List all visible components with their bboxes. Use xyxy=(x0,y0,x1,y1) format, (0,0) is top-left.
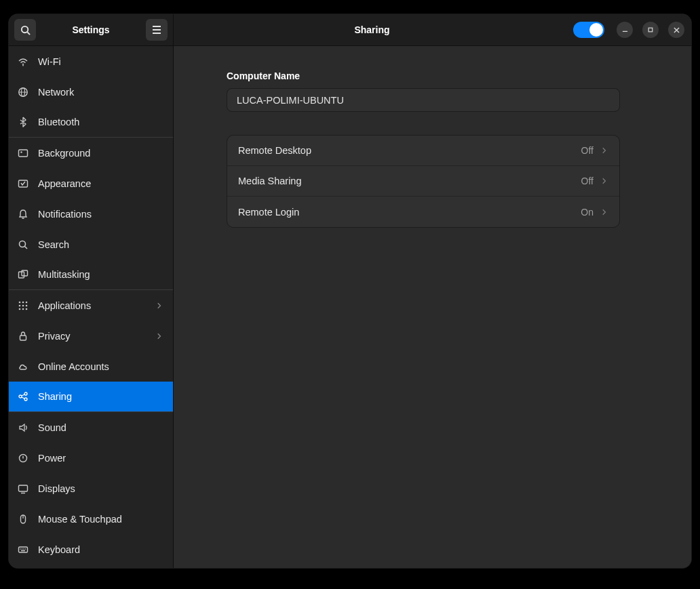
sidebar-item-label: Privacy xyxy=(38,331,147,342)
sidebar-item-background[interactable]: Background xyxy=(9,138,173,168)
sidebar-item-label: Displays xyxy=(38,483,163,494)
main-panel: Sharing xyxy=(174,14,691,568)
maximize-icon xyxy=(648,27,653,33)
background-icon xyxy=(17,147,29,159)
chevron-right-icon xyxy=(600,207,608,217)
page-title: Sharing xyxy=(178,24,566,35)
sidebar-item-displays[interactable]: Displays xyxy=(9,473,173,504)
sidebar-item-privacy[interactable]: Privacy xyxy=(9,321,173,351)
sidebar-header: Settings xyxy=(9,14,173,46)
row-label: Media Sharing xyxy=(238,176,581,186)
apps-icon xyxy=(17,300,29,312)
chevron-right-icon xyxy=(600,176,608,186)
row-status: Off xyxy=(581,145,594,156)
sidebar-item-network[interactable]: Network xyxy=(9,77,173,107)
multitasking-icon xyxy=(17,268,29,281)
row-remote-login[interactable]: Remote LoginOn xyxy=(227,197,619,227)
sidebar-item-label: Keyboard xyxy=(38,544,163,555)
row-status: Off xyxy=(581,176,594,186)
sidebar-item-label: Online Accounts xyxy=(38,361,163,372)
menu-button[interactable] xyxy=(146,19,168,41)
svg-point-0 xyxy=(21,26,27,32)
close-icon xyxy=(674,27,680,33)
sidebar-item-label: Applications xyxy=(38,300,147,311)
sidebar-item-notifications[interactable]: Notifications xyxy=(9,199,173,229)
sidebar-item-wifi[interactable]: Wi-Fi xyxy=(9,46,173,77)
sidebar-item-label: Mouse & Touchpad xyxy=(38,514,163,525)
display-icon xyxy=(17,483,29,495)
hamburger-icon xyxy=(152,26,161,34)
chevron-right-icon xyxy=(155,301,163,310)
computer-name-input[interactable] xyxy=(227,88,620,112)
lock-icon xyxy=(17,330,29,342)
svg-line-1 xyxy=(27,32,30,35)
sidebar-item-multitasking[interactable]: Multitasking xyxy=(9,260,173,290)
sidebar-item-label: Bluetooth xyxy=(38,117,163,127)
cloud-icon xyxy=(17,361,29,373)
sharing-options-list: Remote DesktopOffMedia SharingOffRemote … xyxy=(227,135,620,228)
sidebar-item-bluetooth[interactable]: Bluetooth xyxy=(9,107,173,138)
sidebar-item-mouse-touchpad[interactable]: Mouse & Touchpad xyxy=(9,504,173,534)
window-controls xyxy=(617,22,684,38)
row-label: Remote Desktop xyxy=(238,145,581,156)
row-status: On xyxy=(581,207,594,218)
bluetooth-icon xyxy=(17,116,29,128)
sidebar-title: Settings xyxy=(36,24,146,35)
sidebar-item-search[interactable]: Search xyxy=(9,229,173,260)
sidebar-list: Wi-FiNetworkBluetoothBackgroundAppearanc… xyxy=(9,46,173,568)
sidebar: Settings Wi-FiNetworkBluetoothBackground… xyxy=(9,14,174,568)
power-icon xyxy=(17,452,29,464)
computer-name-label: Computer Name xyxy=(227,70,638,81)
wifi-icon xyxy=(17,56,29,68)
sidebar-item-appearance[interactable]: Appearance xyxy=(9,168,173,199)
sidebar-item-sound[interactable]: Sound xyxy=(9,412,173,443)
sidebar-item-label: Sound xyxy=(38,422,163,433)
minimize-icon xyxy=(622,27,628,33)
keyboard-icon xyxy=(17,544,29,556)
maximize-button[interactable] xyxy=(642,22,659,38)
sound-icon xyxy=(17,422,29,434)
svg-rect-6 xyxy=(648,28,653,32)
sidebar-item-label: Network xyxy=(38,87,163,98)
main-header: Sharing xyxy=(174,14,691,46)
chevron-right-icon xyxy=(600,146,608,155)
sidebar-item-keyboard[interactable]: Keyboard xyxy=(9,534,173,565)
sidebar-item-label: Search xyxy=(38,239,163,250)
search-button[interactable] xyxy=(14,19,36,41)
sidebar-item-sharing[interactable]: Sharing xyxy=(9,382,173,412)
search-icon xyxy=(20,25,31,35)
sidebar-item-label: Power xyxy=(38,453,163,464)
sidebar-item-label: Background xyxy=(38,148,163,159)
chevron-right-icon xyxy=(155,331,163,341)
sidebar-item-label: Multitasking xyxy=(38,269,163,280)
main-content: Computer Name Remote DesktopOffMedia Sha… xyxy=(174,46,691,568)
row-remote-desktop[interactable]: Remote DesktopOff xyxy=(227,136,619,166)
row-media-sharing[interactable]: Media SharingOff xyxy=(227,166,619,197)
appearance-icon xyxy=(17,178,29,190)
row-label: Remote Login xyxy=(238,207,581,218)
search-icon xyxy=(17,239,29,251)
network-icon xyxy=(17,86,29,98)
sidebar-item-label: Wi-Fi xyxy=(38,56,163,67)
sidebar-item-online-accounts[interactable]: Online Accounts xyxy=(9,351,173,382)
sidebar-item-label: Notifications xyxy=(38,209,163,220)
bell-icon xyxy=(17,208,29,220)
sidebar-item-power[interactable]: Power xyxy=(9,443,173,473)
sidebar-item-label: Appearance xyxy=(38,178,163,189)
sharing-master-toggle[interactable] xyxy=(573,22,604,38)
close-button[interactable] xyxy=(668,22,684,38)
share-icon xyxy=(17,390,29,403)
settings-window: Settings Wi-FiNetworkBluetoothBackground… xyxy=(8,14,692,569)
minimize-button[interactable] xyxy=(617,22,633,38)
sidebar-item-applications[interactable]: Applications xyxy=(9,290,173,321)
mouse-icon xyxy=(17,513,29,525)
sidebar-item-label: Sharing xyxy=(38,391,163,402)
